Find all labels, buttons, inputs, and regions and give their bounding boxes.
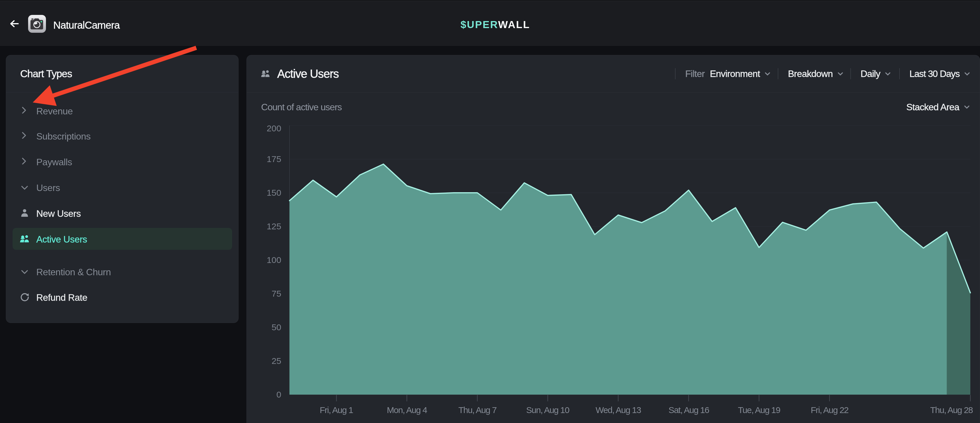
svg-text:Sat, Aug 16: Sat, Aug 16 <box>668 405 709 415</box>
svg-text:150: 150 <box>267 188 281 198</box>
svg-text:125: 125 <box>267 222 281 231</box>
svg-text:Fri, Aug 1: Fri, Aug 1 <box>320 405 353 415</box>
svg-text:175: 175 <box>267 154 281 164</box>
svg-text:Tue, Aug 19: Tue, Aug 19 <box>738 405 780 415</box>
svg-text:0: 0 <box>276 390 281 399</box>
svg-text:Thu, Aug 28: Thu, Aug 28 <box>930 405 973 415</box>
svg-text:Wed, Aug 13: Wed, Aug 13 <box>596 405 641 415</box>
svg-text:75: 75 <box>272 289 281 298</box>
svg-text:50: 50 <box>272 322 281 332</box>
svg-text:100: 100 <box>267 255 281 265</box>
svg-text:Thu, Aug 7: Thu, Aug 7 <box>458 405 497 415</box>
svg-text:Fri, Aug 22: Fri, Aug 22 <box>811 405 849 415</box>
svg-text:Mon, Aug 4: Mon, Aug 4 <box>387 405 427 415</box>
svg-text:25: 25 <box>272 356 281 366</box>
svg-text:200: 200 <box>267 124 281 133</box>
svg-text:Sun, Aug 10: Sun, Aug 10 <box>526 405 570 415</box>
